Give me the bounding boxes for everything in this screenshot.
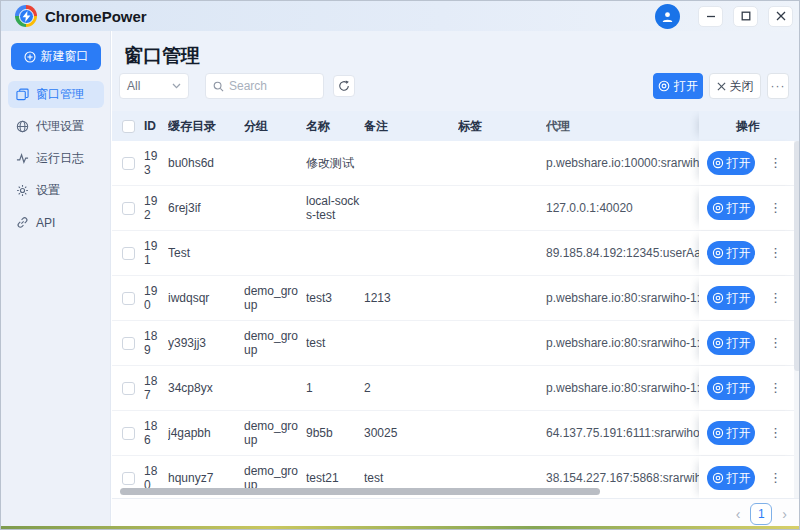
cell-cache_dir: 6rej3if	[168, 201, 244, 215]
sidebar-item-label: 设置	[36, 182, 60, 199]
group-filter-select[interactable]: All	[119, 73, 189, 99]
sidebar: 新建窗口 窗口管理代理设置运行日志设置API	[1, 31, 111, 528]
cell-remark: test	[364, 471, 458, 485]
new-window-label: 新建窗口	[41, 48, 89, 65]
prev-page-button[interactable]: ‹	[736, 506, 741, 522]
row-checkbox[interactable]	[122, 427, 135, 440]
pagination: ‹ 1 ›	[736, 503, 787, 525]
app-title: ChromePower	[45, 8, 147, 25]
row-checkbox[interactable]	[122, 247, 135, 260]
row-open-button[interactable]: 打开	[707, 151, 755, 175]
row-more-icon[interactable]: ⋮	[769, 201, 781, 215]
sidebar-item-api[interactable]: API	[8, 209, 104, 236]
cell-group: demo_group	[244, 284, 306, 312]
column-header: 标签	[458, 119, 546, 133]
cell-operation: 打开⋮	[699, 321, 800, 365]
cell-name: 1	[306, 381, 364, 395]
row-more-icon[interactable]: ⋮	[769, 426, 781, 440]
close-button[interactable]	[768, 6, 793, 27]
horizontal-scrollbar[interactable]	[120, 488, 600, 495]
column-header: 操作	[699, 111, 800, 141]
cell-id: 193	[144, 149, 168, 177]
cell-remark: 1213	[364, 291, 458, 305]
cell-proxy: 64.137.75.191:6111:srarwiho:atonupx	[546, 426, 699, 440]
sidebar-item-label: 运行日志	[36, 150, 84, 167]
sidebar-item-window-manage[interactable]: 窗口管理	[8, 81, 104, 108]
cell-name: test	[306, 336, 364, 350]
next-page-button[interactable]: ›	[782, 506, 787, 522]
row-more-icon[interactable]: ⋮	[769, 336, 781, 350]
filter-value: All	[127, 79, 140, 93]
cell-group: demo_group	[244, 419, 306, 447]
sidebar-item-settings[interactable]: 设置	[8, 177, 104, 204]
close-selected-button[interactable]: 关闭	[709, 73, 761, 99]
column-header: 代理	[546, 119, 699, 133]
open-circle-icon	[712, 472, 724, 484]
row-checkbox[interactable]	[122, 292, 135, 305]
open-circle-icon	[712, 202, 724, 214]
column-header: 名称	[306, 119, 364, 133]
table-row: 18734cp8yx12p.webshare.io:80:srarwiho-1:…	[112, 366, 800, 411]
window-table: ID缓存目录分组名称备注标签代理操作 193bu0hs6d修改测试p.websh…	[112, 111, 800, 498]
row-checkbox[interactable]	[122, 202, 135, 215]
cell-operation: 打开⋮	[699, 456, 800, 498]
open-selected-button[interactable]: 打开	[653, 73, 703, 99]
table-row: 190iwdqsqrdemo_grouptest31213p.webshare.…	[112, 276, 800, 321]
open-circle-icon	[712, 427, 724, 439]
globe-icon	[16, 120, 29, 133]
row-checkbox[interactable]	[122, 337, 135, 350]
row-more-icon[interactable]: ⋮	[769, 246, 781, 260]
chevron-down-icon	[172, 83, 181, 89]
table-row: 186j4gapbhdemo_group9b5b3002564.137.75.1…	[112, 411, 800, 456]
more-actions-button[interactable]: ···	[767, 73, 789, 99]
cell-proxy: p.webshare.io:80:srarwiho-1:atonupx	[546, 291, 699, 305]
open-circle-icon	[712, 247, 724, 259]
window-icon	[16, 88, 29, 101]
cell-operation: 打开⋮	[699, 186, 800, 230]
row-open-button[interactable]: 打开	[707, 376, 755, 400]
table-row: 191Test89.185.84.192:12345:userAazd312:p…	[112, 231, 800, 276]
cell-id: 186	[144, 419, 168, 447]
page-title: 窗口管理	[124, 43, 200, 69]
cell-id: 190	[144, 284, 168, 312]
row-open-button[interactable]: 打开	[707, 196, 755, 220]
row-open-button[interactable]: 打开	[707, 331, 755, 355]
row-more-icon[interactable]: ⋮	[769, 156, 781, 170]
cell-proxy: p.webshare.io:80:srarwiho-1:atonupx	[546, 381, 699, 395]
gear-icon	[16, 184, 29, 197]
new-window-button[interactable]: 新建窗口	[11, 43, 101, 70]
sidebar-item-label: 窗口管理	[36, 86, 84, 103]
row-open-button[interactable]: 打开	[707, 421, 755, 445]
row-open-button[interactable]: 打开	[707, 286, 755, 310]
link-icon	[16, 216, 29, 229]
desktop-edge	[1, 526, 800, 529]
refresh-button[interactable]	[333, 75, 355, 97]
vertical-scrollbar[interactable]	[794, 141, 800, 498]
search-box	[205, 73, 324, 99]
minimize-button[interactable]	[698, 6, 723, 27]
x-icon	[717, 82, 726, 91]
cell-id: 192	[144, 194, 168, 222]
toolbar: All 打开 关闭 ···	[112, 73, 800, 103]
table-row: 193bu0hs6d修改测试p.webshare.io:10000:srarwi…	[112, 141, 800, 186]
row-more-icon[interactable]: ⋮	[769, 381, 781, 395]
sidebar-item-proxy-settings[interactable]: 代理设置	[8, 113, 104, 140]
refresh-icon	[338, 80, 350, 92]
search-input[interactable]	[229, 79, 314, 93]
cell-proxy: 89.185.84.192:12345:userAazd312:pa	[546, 246, 699, 260]
user-avatar[interactable]	[655, 4, 680, 29]
plus-circle-icon	[24, 51, 36, 63]
row-open-button[interactable]: 打开	[707, 466, 755, 490]
row-checkbox[interactable]	[122, 382, 135, 395]
maximize-button[interactable]	[733, 6, 758, 27]
row-more-icon[interactable]: ⋮	[769, 291, 781, 305]
row-checkbox[interactable]	[122, 472, 135, 485]
select-all-checkbox[interactable]	[122, 120, 135, 133]
row-open-button[interactable]: 打开	[707, 241, 755, 265]
row-checkbox[interactable]	[122, 157, 135, 170]
row-more-icon[interactable]: ⋮	[769, 471, 781, 485]
cell-proxy: p.webshare.io:10000:srarwiho-1:aton	[546, 156, 699, 170]
table-footer: ‹ 1 ›	[112, 498, 800, 528]
current-page[interactable]: 1	[750, 503, 772, 525]
sidebar-item-run-logs[interactable]: 运行日志	[8, 145, 104, 172]
